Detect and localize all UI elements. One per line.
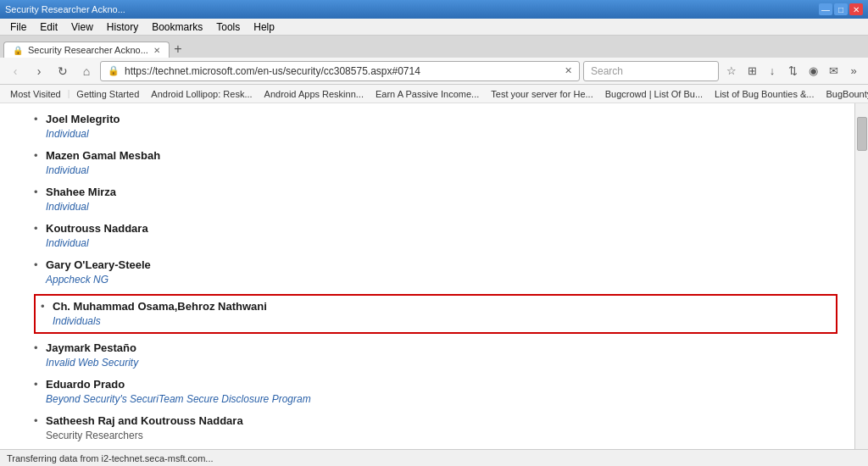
- person-org: Individual: [46, 127, 837, 141]
- new-tab-button[interactable]: +: [170, 41, 186, 58]
- person-name: Eduardo Prado: [46, 377, 837, 392]
- address-clear-button[interactable]: ✕: [565, 65, 572, 76]
- window-controls: — □ ✕: [819, 3, 863, 15]
- person-name: Satheesh Raj and Koutrouss Naddara: [46, 413, 837, 429]
- list-item: Mazen Gamal MesbahIndividual: [34, 148, 837, 178]
- forward-button[interactable]: ›: [29, 61, 49, 81]
- person-name: Ch. Muhammad Osama,Behroz Nathwani: [53, 299, 829, 314]
- menu-help[interactable]: Help: [247, 19, 281, 35]
- ssl-lock-icon: 🔒: [108, 65, 120, 76]
- person-name: Jaymark Pestaño: [46, 341, 837, 356]
- chat-icon[interactable]: ✉: [824, 62, 843, 80]
- tab-bar: 🔒 Security Researcher Ackno... ✕ +: [0, 36, 868, 58]
- bookmark-bug-bounties[interactable]: List of Bug Bounties &...: [709, 88, 819, 100]
- person-org: Individual: [46, 236, 837, 251]
- person-org: Security Researchers: [46, 429, 837, 443]
- list-item: Eduardo PradoBeyond Security's SecuriTea…: [34, 377, 837, 407]
- home-button[interactable]: ⌂: [76, 61, 97, 81]
- bookmark-getting-started[interactable]: Getting Started: [71, 88, 144, 100]
- address-text: https://technet.microsoft.com/en-us/secu…: [125, 65, 559, 77]
- tab-close-button[interactable]: ✕: [153, 46, 160, 55]
- highlighted-person-entry: Ch. Muhammad Osama,Behroz NathwaniIndivi…: [34, 294, 837, 334]
- window-title: Security Researcher Ackno...: [5, 4, 819, 14]
- menu-bar: File Edit View History Bookmarks Tools H…: [0, 19, 868, 36]
- menu-view[interactable]: View: [64, 19, 100, 35]
- browser-toolbar-icons: ☆ ⊞ ↓ ⇅ ◉ ✉ »: [722, 62, 863, 80]
- main-content-area: Joel MelegritoIndividualMazen Gamal Mesb…: [0, 103, 868, 449]
- refresh-button[interactable]: ↻: [53, 61, 73, 81]
- maximize-button[interactable]: □: [834, 3, 848, 15]
- person-org: Individual: [46, 200, 837, 214]
- bookmark-list-icon[interactable]: ⊞: [743, 62, 761, 80]
- bookmarks-bar: Most Visited | Getting Started Android L…: [0, 85, 868, 103]
- status-text: Transferring data from i2-technet.seca-m…: [7, 453, 214, 463]
- person-name: Gary O'Leary-Steele: [46, 258, 837, 273]
- bookmark-most-visited[interactable]: Most Visited: [5, 88, 66, 100]
- menu-edit[interactable]: Edit: [33, 19, 64, 35]
- person-name: Mazen Gamal Mesbah: [46, 148, 837, 164]
- menu-bookmarks[interactable]: Bookmarks: [145, 19, 209, 35]
- menu-tools[interactable]: Tools: [209, 19, 247, 35]
- bookmarks-star-icon[interactable]: ☆: [722, 62, 741, 80]
- search-bar[interactable]: Search: [583, 61, 719, 81]
- list-item: Gary O'Leary-SteeleAppcheck NG: [34, 258, 837, 287]
- tab-favicon: 🔒: [13, 46, 23, 55]
- address-bar[interactable]: 🔒 https://technet.microsoft.com/en-us/se…: [100, 61, 580, 81]
- bookmark-test-server[interactable]: Test your server for He...: [486, 88, 598, 100]
- list-item: Shahee MirzaIndividual: [34, 185, 837, 214]
- menu-file[interactable]: File: [3, 19, 33, 35]
- vertical-scrollbar[interactable]: [854, 103, 868, 449]
- list-item: Satheesh Raj and Koutrouss NaddaraSecuri…: [34, 413, 837, 443]
- people-list: Joel MelegritoIndividualMazen Gamal Mesb…: [34, 112, 837, 449]
- search-placeholder: Search: [591, 65, 623, 77]
- person-org: Individual: [46, 164, 837, 178]
- person-name: Joel Melegrito: [46, 112, 837, 127]
- menu-history[interactable]: History: [100, 19, 145, 35]
- bookmark-android-lollipop[interactable]: Android Lollipop: Resk...: [146, 88, 257, 100]
- minimize-button[interactable]: —: [819, 3, 832, 15]
- bookmark-passive-income[interactable]: Earn A Passive Income...: [370, 88, 484, 100]
- person-org: Invalid Web Security: [46, 356, 837, 370]
- person-org: Appcheck NG: [46, 273, 837, 287]
- tab-label: Security Researcher Ackno...: [28, 45, 148, 55]
- person-org: Individuals: [53, 314, 829, 329]
- list-item: Jaymark PestañoInvalid Web Security: [34, 341, 837, 370]
- mozilla-icon[interactable]: ◉: [804, 62, 822, 80]
- close-button[interactable]: ✕: [849, 3, 863, 15]
- scroll-thumb[interactable]: [857, 117, 867, 151]
- more-icon[interactable]: »: [844, 62, 863, 80]
- bookmark-bugcrowd[interactable]: Bugcrowd | List Of Bu...: [600, 88, 708, 100]
- sync-icon[interactable]: ⇅: [783, 62, 802, 80]
- navigation-bar: ‹ › ↻ ⌂ 🔒 https://technet.microsoft.com/…: [0, 58, 868, 85]
- page-content: Joel MelegritoIndividualMazen Gamal Mesb…: [0, 103, 854, 449]
- download-icon[interactable]: ↓: [763, 62, 782, 80]
- bookmark-bugbountyprogram[interactable]: BugBountyProgram: [821, 88, 868, 100]
- title-bar: Security Researcher Ackno... — □ ✕: [0, 0, 868, 19]
- active-tab[interactable]: 🔒 Security Researcher Ackno... ✕: [3, 42, 170, 58]
- back-button[interactable]: ‹: [5, 61, 25, 81]
- person-name: Shahee Mirza: [46, 185, 837, 200]
- status-bar: Transferring data from i2-technet.seca-m…: [0, 449, 868, 466]
- list-item: Joel MelegritoIndividual: [34, 112, 837, 141]
- bookmark-android-apps[interactable]: Android Apps Reskinn...: [259, 88, 369, 100]
- person-name: Koutrouss Naddara: [46, 221, 837, 236]
- list-item: Koutrouss NaddaraIndividual: [34, 221, 837, 251]
- person-org: Beyond Security's SecuriTeam Secure Disc…: [46, 392, 837, 407]
